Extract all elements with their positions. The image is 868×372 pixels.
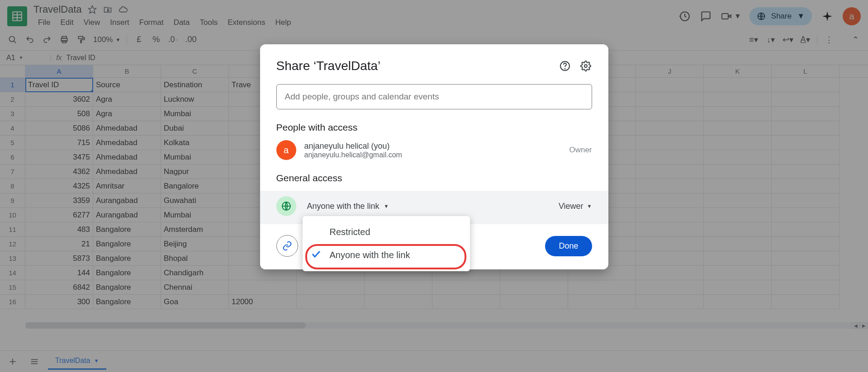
done-button[interactable]: Done [545, 236, 592, 256]
person-role: Owner [569, 146, 592, 155]
dropdown-option-restricted[interactable]: Restricted [303, 221, 470, 244]
svg-point-21 [584, 65, 587, 67]
person-row: a anjaneyulu helical (you) anjaneyulu.he… [276, 140, 592, 160]
globe-icon [276, 196, 296, 216]
modal-overlay: Share ‘TravelData’ People with access a … [0, 0, 868, 372]
access-dropdown-menu: Restricted Anyone with the link [303, 216, 470, 271]
access-dropdown[interactable]: Anyone with the link ▼ [303, 199, 394, 214]
svg-point-20 [564, 69, 565, 69]
role-dropdown[interactable]: Viewer ▼ [559, 202, 592, 211]
person-avatar: a [276, 140, 296, 160]
caret-down-icon: ▼ [384, 203, 389, 209]
dropdown-option-anyone[interactable]: Anyone with the link [303, 244, 470, 267]
people-heading: People with access [276, 122, 592, 133]
person-name: anjaneyulu helical (you) [304, 141, 561, 151]
help-icon[interactable] [559, 60, 571, 72]
check-icon [311, 249, 322, 262]
add-people-input[interactable] [276, 84, 592, 109]
person-email: anjaneyulu.helical@gmail.com [304, 151, 561, 159]
dialog-title: Share ‘TravelData’ [276, 59, 381, 73]
caret-down-icon: ▼ [587, 203, 592, 209]
general-heading: General access [276, 173, 592, 184]
share-dialog: Share ‘TravelData’ People with access a … [260, 44, 608, 269]
settings-icon[interactable] [579, 60, 592, 72]
copy-link-button[interactable] [276, 235, 298, 257]
